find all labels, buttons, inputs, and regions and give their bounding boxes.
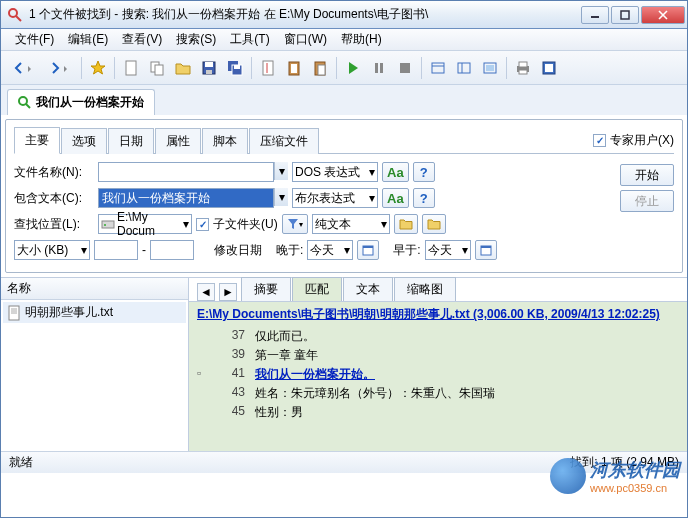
rtab-thumb[interactable]: 缩略图 — [394, 277, 456, 301]
case-button-1[interactable]: Aa — [382, 162, 409, 182]
menubar: 文件(F) 编辑(E) 查看(V) 搜索(S) 工具(T) 窗口(W) 帮助(H… — [1, 29, 687, 51]
filelist-header[interactable]: 名称 — [1, 278, 188, 300]
panel3-button[interactable] — [478, 56, 502, 80]
back-button[interactable] — [7, 56, 41, 80]
svg-rect-22 — [380, 63, 383, 73]
maximize-button[interactable] — [611, 6, 639, 24]
folder-button-2[interactable] — [422, 214, 446, 234]
svg-point-0 — [9, 9, 17, 17]
pause-button[interactable] — [367, 56, 391, 80]
clipboard-button[interactable] — [282, 56, 306, 80]
open-button[interactable] — [171, 56, 195, 80]
result-line[interactable]: 37仅此而已。 — [197, 327, 679, 346]
menu-file[interactable]: 文件(F) — [9, 29, 60, 50]
menu-tools[interactable]: 工具(T) — [224, 29, 275, 50]
rtab-text[interactable]: 文本 — [343, 277, 393, 301]
svg-rect-23 — [400, 63, 410, 73]
favorite-button[interactable] — [86, 56, 110, 80]
new-button[interactable] — [119, 56, 143, 80]
after-combo[interactable]: 今天▾ — [307, 240, 353, 260]
subfolders-checkbox[interactable] — [196, 218, 209, 231]
svg-rect-21 — [375, 63, 378, 73]
rtab-next[interactable]: ► — [219, 283, 237, 301]
menu-search[interactable]: 搜索(S) — [170, 29, 222, 50]
saveall-button[interactable] — [223, 56, 247, 80]
result-line[interactable]: 45性别：男 — [197, 403, 679, 422]
result-line[interactable]: 39第一章 童年 — [197, 346, 679, 365]
svg-rect-29 — [486, 65, 494, 71]
expr1-combo[interactable]: DOS 表达式▾ — [292, 162, 378, 182]
play-button[interactable] — [341, 56, 365, 80]
sp-tab-attr[interactable]: 属性 — [155, 128, 201, 154]
help-button-1[interactable]: ? — [413, 162, 435, 182]
toolbar — [1, 51, 687, 85]
expr2-combo[interactable]: 布尔表达式▾ — [292, 188, 378, 208]
print-button[interactable] — [511, 56, 535, 80]
drive-icon — [101, 218, 115, 230]
case-button-2[interactable]: Aa — [382, 188, 409, 208]
before-combo[interactable]: 今天▾ — [425, 240, 471, 260]
panel2-button[interactable] — [452, 56, 476, 80]
svg-rect-40 — [363, 246, 373, 248]
settings-button[interactable] — [537, 56, 561, 80]
svg-rect-8 — [155, 65, 163, 75]
start-button[interactable]: 开始 — [620, 164, 674, 186]
rtab-summary[interactable]: 摘要 — [241, 277, 291, 301]
close-button[interactable] — [641, 6, 685, 24]
titlebar: 1 个文件被找到 - 搜索: 我们从一份档案开始 在 E:\My Documen… — [1, 1, 687, 29]
calendar-before[interactable] — [475, 240, 497, 260]
result-body[interactable]: 37仅此而已。39第一章 童年▫41我们从一份档案开始。43姓名：朱元璋别名（外… — [189, 327, 687, 451]
size-to-input[interactable] — [150, 240, 194, 260]
preview-tabs: ◄ ► 摘要 匹配 文本 缩略图 — [189, 278, 687, 302]
result-line[interactable]: ▫41我们从一份档案开始。 — [197, 365, 679, 384]
menu-edit[interactable]: 编辑(E) — [62, 29, 114, 50]
sp-tab-date[interactable]: 日期 — [108, 128, 154, 154]
status-right: 找到: 1 项 (2.94 MB) — [570, 454, 679, 471]
file-item[interactable]: 明朝那些事儿.txt — [3, 302, 186, 323]
statusbar: 就绪 找到: 1 项 (2.94 MB) — [1, 451, 687, 473]
stop-button[interactable]: 停止 — [620, 190, 674, 212]
search-panel: 主要 选项 日期 属性 脚本 压缩文件 专家用户(X) 文件名称(N): ▾ D… — [5, 119, 683, 273]
sp-tab-archive[interactable]: 压缩文件 — [249, 128, 319, 154]
filename-input[interactable] — [98, 162, 274, 182]
paste-button[interactable] — [308, 56, 332, 80]
menu-help[interactable]: 帮助(H) — [335, 29, 388, 50]
app-icon — [7, 7, 23, 23]
size-combo[interactable]: 大小 (KB)▾ — [14, 240, 90, 260]
result-path-link[interactable]: E:\My Documents\电子图书\明朝\明朝那些事儿.txt (3,00… — [197, 307, 660, 321]
watermark-url: www.pc0359.cn — [590, 482, 680, 494]
contains-input[interactable] — [98, 188, 274, 208]
subfolders-label: 子文件夹(U) — [213, 216, 278, 233]
cut-button[interactable] — [256, 56, 280, 80]
svg-line-1 — [16, 16, 21, 21]
result-line[interactable]: 43姓名：朱元璋别名（外号）：朱重八、朱国瑞 — [197, 384, 679, 403]
sp-tab-options[interactable]: 选项 — [61, 128, 107, 154]
rtab-match[interactable]: 匹配 — [292, 277, 342, 301]
save-button[interactable] — [197, 56, 221, 80]
minimize-button[interactable] — [581, 6, 609, 24]
preview-pane: ◄ ► 摘要 匹配 文本 缩略图 E:\My Documents\电子图书\明朝… — [189, 278, 687, 451]
search-tab[interactable]: 我们从一份档案开始 — [7, 89, 155, 115]
stop-button[interactable] — [393, 56, 417, 80]
calendar-after[interactable] — [357, 240, 379, 260]
menu-view[interactable]: 查看(V) — [116, 29, 168, 50]
file-item-label: 明朝那些事儿.txt — [25, 304, 113, 321]
rtab-prev[interactable]: ◄ — [197, 283, 215, 301]
expert-checkbox[interactable] — [593, 134, 606, 147]
folder-button-1[interactable] — [394, 214, 418, 234]
size-from-input[interactable] — [94, 240, 138, 260]
file-list[interactable]: 明朝那些事儿.txt — [1, 300, 188, 451]
sp-tab-script[interactable]: 脚本 — [202, 128, 248, 154]
sp-tab-main[interactable]: 主要 — [14, 127, 60, 154]
menu-window[interactable]: 窗口(W) — [278, 29, 333, 50]
search-tab-label: 我们从一份档案开始 — [36, 94, 144, 111]
forward-button[interactable] — [43, 56, 77, 80]
lookin-combo[interactable]: E:\My Docum▾ — [98, 214, 192, 234]
copy-button[interactable] — [145, 56, 169, 80]
texttype-combo[interactable]: 纯文本▾ — [312, 214, 390, 234]
panel1-button[interactable] — [426, 56, 450, 80]
filename-dd[interactable]: ▾ — [274, 162, 288, 180]
filter-button[interactable]: ▾ — [282, 214, 308, 234]
contains-dd[interactable]: ▾ — [274, 188, 288, 206]
help-button-2[interactable]: ? — [413, 188, 435, 208]
